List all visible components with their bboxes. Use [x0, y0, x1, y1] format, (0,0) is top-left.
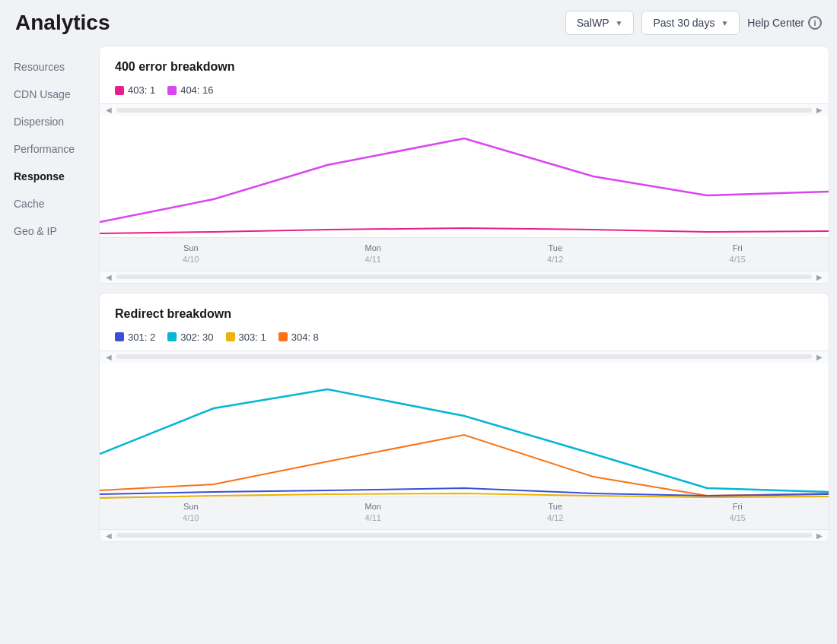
redirect-chart-scroll-bottom: ◀ ▶ — [100, 529, 829, 541]
redirect-scroll-track-bottom[interactable] — [116, 533, 812, 538]
scroll-left-arrow-icon-b[interactable]: ◀ — [106, 273, 112, 281]
error-chart-scroll-bottom: ◀ ▶ — [100, 271, 829, 283]
chart-line-404 — [100, 138, 829, 222]
date-range-selector[interactable]: Past 30 days ▼ — [641, 11, 740, 35]
error-chart-area — [100, 116, 829, 237]
legend-dot-404 — [167, 86, 177, 95]
legend-item-403: 403: 1 — [115, 84, 155, 96]
sidebar-item-performance[interactable]: Performance — [8, 135, 99, 163]
error-chart-svg — [100, 123, 829, 245]
chart-line-302 — [100, 389, 829, 492]
legend-dot-301 — [115, 332, 124, 341]
error-breakdown-card: 400 error breakdown 403: 1 404: 16 ◀ ▶ — [99, 46, 829, 284]
site-selector-chevron-icon: ▼ — [616, 19, 623, 27]
sidebar: Resources CDN Usage Dispersion Performan… — [8, 46, 99, 542]
legend-label-301: 301: 2 — [128, 332, 155, 343]
redirect-scroll-right-top[interactable]: ▶ — [816, 353, 823, 361]
help-center-link[interactable]: Help Center i — [747, 16, 822, 30]
redirect-chart-area — [100, 363, 829, 496]
scroll-left-arrow-icon[interactable]: ◀ — [106, 106, 112, 114]
sidebar-item-geo-ip[interactable]: Geo & IP — [8, 217, 99, 245]
legend-item-404: 404: 16 — [167, 84, 213, 96]
legend-item-304: 304: 8 — [278, 332, 319, 343]
redirect-scroll-track-top[interactable] — [116, 354, 812, 359]
redirect-breakdown-card: Redirect breakdown 301: 2 302: 30 303: 1 — [99, 293, 829, 542]
redirect-breakdown-header: Redirect breakdown 301: 2 302: 30 303: 1 — [100, 293, 829, 351]
scroll-track-b[interactable] — [116, 274, 812, 279]
legend-label-302: 302: 30 — [180, 332, 213, 343]
redirect-breakdown-title: Redirect breakdown — [115, 307, 813, 321]
legend-label-404: 404: 16 — [180, 84, 213, 96]
main-content: 400 error breakdown 403: 1 404: 16 ◀ ▶ — [99, 46, 829, 542]
error-breakdown-title: 400 error breakdown — [115, 60, 813, 74]
legend-dot-302 — [167, 332, 177, 341]
legend-dot-304 — [278, 332, 288, 341]
redirect-chart-scroll-top: ◀ ▶ — [100, 351, 829, 363]
header: Analytics SalWP ▼ Past 30 days ▼ Help Ce… — [0, 0, 837, 46]
legend-item-302: 302: 30 — [167, 332, 213, 343]
redirect-scroll-left-bottom[interactable]: ◀ — [106, 531, 112, 540]
sidebar-item-resources[interactable]: Resources — [8, 53, 99, 81]
redirect-chart-svg — [100, 370, 829, 503]
page-title: Analytics — [15, 11, 565, 35]
date-range-value: Past 30 days — [653, 17, 714, 29]
legend-item-301: 301: 2 — [115, 332, 155, 343]
redirect-breakdown-legend: 301: 2 302: 30 303: 1 304: 8 — [115, 332, 813, 343]
header-controls: SalWP ▼ Past 30 days ▼ Help Center i — [565, 11, 822, 35]
legend-label-304: 304: 8 — [291, 332, 319, 343]
layout: Resources CDN Usage Dispersion Performan… — [0, 46, 837, 550]
scroll-track[interactable] — [116, 108, 812, 113]
error-chart-scroll-top: ◀ ▶ — [100, 103, 829, 116]
error-breakdown-header: 400 error breakdown 403: 1 404: 16 — [100, 46, 829, 103]
scroll-right-arrow-icon-b[interactable]: ▶ — [816, 273, 823, 281]
site-selector-value: SalWP — [577, 17, 609, 29]
redirect-scroll-right-bottom[interactable]: ▶ — [816, 531, 823, 540]
help-center-label: Help Center — [747, 17, 804, 29]
legend-label-403: 403: 1 — [128, 84, 155, 96]
chart-line-304 — [100, 435, 829, 496]
legend-dot-403 — [115, 86, 124, 95]
legend-label-303: 303: 1 — [239, 332, 266, 343]
legend-dot-303 — [226, 332, 235, 341]
sidebar-item-dispersion[interactable]: Dispersion — [8, 108, 99, 135]
redirect-scroll-left-top[interactable]: ◀ — [106, 353, 112, 361]
error-breakdown-legend: 403: 1 404: 16 — [115, 84, 813, 96]
chart-line-403 — [100, 228, 829, 233]
sidebar-item-response[interactable]: Response — [8, 163, 99, 190]
site-selector[interactable]: SalWP ▼ — [565, 11, 635, 35]
sidebar-item-cache[interactable]: Cache — [8, 190, 99, 217]
sidebar-item-cdn-usage[interactable]: CDN Usage — [8, 81, 99, 108]
legend-item-303: 303: 1 — [226, 332, 266, 343]
scroll-right-arrow-icon[interactable]: ▶ — [816, 106, 823, 114]
help-icon: i — [808, 16, 822, 30]
date-range-chevron-icon: ▼ — [721, 19, 728, 27]
